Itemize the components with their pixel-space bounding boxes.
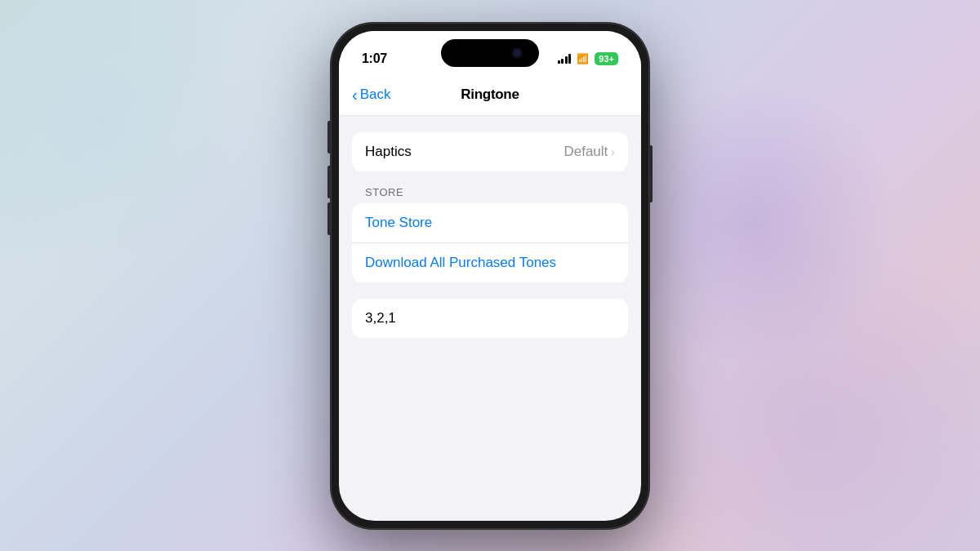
battery-value: 93+ xyxy=(599,54,614,64)
scene: 1:07 📶 93+ xyxy=(0,0,980,551)
phone-screen: 1:07 📶 93+ xyxy=(339,31,641,521)
battery-badge: 93+ xyxy=(595,52,618,65)
nav-bar: ‹ Back Ringtone xyxy=(339,75,641,116)
phone-device: 1:07 📶 93+ xyxy=(331,23,649,529)
signal-bar-1 xyxy=(558,60,560,64)
ringtone-item-label: 3,2,1 xyxy=(365,310,396,327)
back-label: Back xyxy=(360,87,391,103)
store-group: Tone Store Download All Purchased Tones xyxy=(352,203,628,282)
signal-bar-4 xyxy=(568,54,571,64)
signal-bar-2 xyxy=(561,59,564,64)
ringtone-item-row[interactable]: 3,2,1 xyxy=(352,299,628,338)
signal-bars-icon xyxy=(558,54,572,64)
camera-dot xyxy=(513,49,521,57)
haptics-section: Haptics Default › xyxy=(352,132,628,171)
store-section-header: STORE xyxy=(352,180,628,203)
status-time: 1:07 xyxy=(362,51,387,66)
wifi-icon: 📶 xyxy=(577,53,589,64)
status-icons: 📶 93+ xyxy=(558,52,618,65)
tone-store-label: Tone Store xyxy=(365,215,432,231)
back-button[interactable]: ‹ Back xyxy=(352,87,390,103)
haptics-chevron-icon: › xyxy=(611,145,615,158)
bottom-section: 3,2,1 xyxy=(352,299,628,338)
store-section: STORE Tone Store Download All Purchased … xyxy=(352,180,628,282)
tone-store-row[interactable]: Tone Store xyxy=(352,203,628,242)
back-chevron-icon: ‹ xyxy=(352,87,358,103)
haptics-label: Haptics xyxy=(365,144,412,160)
download-tones-label: Download All Purchased Tones xyxy=(365,255,556,271)
signal-bar-3 xyxy=(565,56,568,64)
haptics-value: Default xyxy=(564,144,608,160)
haptics-row[interactable]: Haptics Default › xyxy=(352,132,628,171)
dynamic-island xyxy=(441,39,539,67)
ringtone-item-group: 3,2,1 xyxy=(352,299,628,338)
content-area: Haptics Default › STORE Tone Store xyxy=(339,116,641,338)
haptics-value-container: Default › xyxy=(564,144,615,160)
status-bar: 1:07 📶 93+ xyxy=(339,31,641,75)
nav-title: Ringtone xyxy=(461,87,519,103)
download-tones-row[interactable]: Download All Purchased Tones xyxy=(352,242,628,282)
haptics-group: Haptics Default › xyxy=(352,132,628,171)
